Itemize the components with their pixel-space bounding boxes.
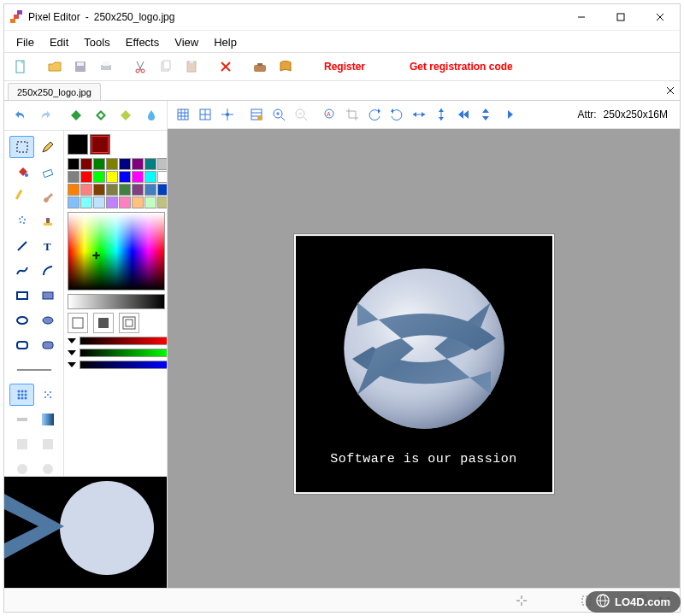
tool-roundrect[interactable] [9,334,34,356]
tool-pattern-b[interactable] [35,384,60,406]
zoom-out-button[interactable] [291,104,311,125]
menu-help[interactable]: Help [207,34,244,50]
menu-file[interactable]: File [9,34,41,50]
swatch[interactable] [132,184,144,196]
droplet-icon[interactable] [140,104,162,126]
tool-arc[interactable] [35,260,60,282]
tool-pencil2[interactable] [9,185,34,208]
tool-gradient-a[interactable] [9,408,34,431]
layer2-icon[interactable] [91,104,112,126]
swatch[interactable] [93,158,105,170]
swatch[interactable] [144,158,156,170]
tool-rect[interactable] [9,285,34,307]
tool-brush[interactable] [35,185,60,208]
tool-eraser[interactable] [35,161,60,183]
swatch[interactable] [119,197,131,208]
tool-gradient-b[interactable] [35,408,60,431]
tool-weight[interactable] [9,359,58,381]
flip-h-button[interactable] [409,104,429,125]
swatch[interactable] [144,171,156,183]
tool-line[interactable] [9,235,34,257]
save-file-button[interactable] [69,56,91,78]
swatch[interactable] [68,158,80,170]
menu-edit[interactable]: Edit [43,34,75,50]
tool-ellipse[interactable] [9,309,34,331]
layer1-icon[interactable] [66,104,87,126]
grid-settings-button[interactable] [246,104,267,125]
zoom-actual-button[interactable]: A [320,104,340,125]
fill-solid-option[interactable] [93,313,114,333]
swatch[interactable] [132,197,144,208]
swatch[interactable] [106,184,118,196]
tool-select-rect[interactable] [9,136,34,158]
swatch[interactable] [119,171,131,183]
nudge-left-button[interactable] [453,104,474,125]
swatch[interactable] [157,171,168,183]
paste-button[interactable] [180,56,203,78]
tool-ellipse-filled[interactable] [35,309,60,331]
minimize-button[interactable] [562,4,601,30]
rotate-left-button[interactable] [364,104,385,125]
register-link[interactable]: Register [324,61,365,73]
help-book-button[interactable] [274,56,297,78]
tool-text[interactable]: T [35,235,60,257]
swatch[interactable] [68,171,80,183]
menu-effects[interactable]: Effects [119,34,167,50]
fill-border-option[interactable] [119,313,139,333]
maximize-button[interactable] [601,4,640,30]
nudge-updown-button[interactable] [475,104,496,125]
lightness-slider[interactable] [68,294,165,309]
swatch[interactable] [80,158,92,170]
green-slider[interactable] [68,349,168,357]
tool-misc-a[interactable] [9,433,34,455]
swatch[interactable] [68,197,80,208]
tool-pattern-a[interactable] [9,384,34,406]
undo-button[interactable] [9,104,31,126]
swatch[interactable] [119,158,131,170]
menu-tools[interactable]: Tools [77,34,116,50]
swatch[interactable] [157,197,168,208]
delete-button[interactable] [215,56,237,78]
flip-v-button[interactable] [431,104,451,125]
swatch[interactable] [68,184,80,196]
grid-center-button[interactable] [195,104,215,125]
red-slider[interactable] [68,337,168,345]
menu-view[interactable]: View [168,34,205,50]
swatch[interactable] [157,158,168,170]
zoom-in-button[interactable] [268,104,289,125]
tool-bucket[interactable] [9,161,34,183]
background-color[interactable] [90,134,110,155]
swatch[interactable] [119,184,131,196]
layer3-icon[interactable] [115,104,137,126]
swatch[interactable] [93,197,105,208]
rotate-right-button[interactable] [386,104,407,125]
new-file-button[interactable] [9,56,32,78]
tool-stamp[interactable] [35,210,60,232]
hue-picker[interactable]: ✛ [68,212,165,290]
swatch[interactable] [106,158,118,170]
swatch[interactable] [106,197,118,208]
tool-misc-b[interactable] [35,433,60,455]
canvas-viewport[interactable]: Software is our passion [168,129,680,588]
color-swatches[interactable] [68,158,168,208]
tool-spray[interactable] [9,210,34,232]
swatch[interactable] [132,171,144,183]
crop-button[interactable] [342,104,363,125]
swatch[interactable] [144,197,156,208]
registration-code-link[interactable]: Get registration code [410,61,513,73]
tab-file[interactable]: 250x250_logo.jpg [8,83,101,100]
swatch[interactable] [80,171,92,183]
canvas[interactable]: Software is our passion [294,234,554,494]
swatch[interactable] [132,158,144,170]
print-button[interactable] [95,56,117,78]
toolbox-button[interactable] [249,56,271,78]
swatch[interactable] [93,171,105,183]
tool-pencil[interactable] [35,136,60,158]
tool-rect-filled[interactable] [35,285,60,307]
swatch[interactable] [93,184,105,196]
blue-slider[interactable] [68,361,168,369]
copy-button[interactable] [155,56,177,78]
foreground-color[interactable] [68,134,88,155]
center-button[interactable] [217,104,238,125]
swatch[interactable] [80,184,92,196]
